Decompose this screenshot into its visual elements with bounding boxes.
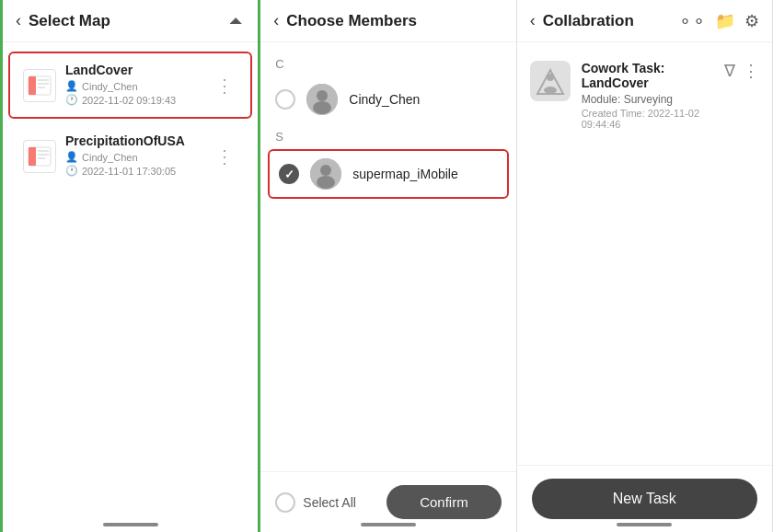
clock-icon2: 🕐 [65,165,78,177]
svg-point-12 [313,101,331,114]
select-map-header: ‹ Select Map ⏶ [3,0,258,42]
task-module: Module: Surveying [582,93,724,106]
map-name-landcover: LandCover [65,63,212,77]
back-icon[interactable]: ‹ [16,11,21,30]
svg-point-15 [317,176,335,189]
map-date-precipitation: 🕐 2022-11-01 17:30:05 [65,165,212,177]
apps-icon[interactable]: ⚬⚬ [678,11,706,31]
svg-point-14 [320,165,331,176]
download-icon[interactable]: ∇ [724,61,735,81]
select-all-area[interactable]: Select All [275,492,356,513]
map-thumbnail-precipitation [23,140,56,173]
svg-point-11 [317,90,328,101]
svg-point-18 [547,74,554,81]
task-info: Cowork Task: LandCover Module: Surveying… [582,61,724,130]
share-icon[interactable]: ⏶ [228,11,245,30]
member-name-cindy: Cindy_Chen [349,92,420,107]
bottom-indicator [103,523,158,526]
map-more-icon-precipitation[interactable]: ⋮ [212,142,237,171]
bottom-indicator3 [617,523,672,526]
member-item-cindy[interactable]: Cindy_Chen [260,75,515,124]
choose-members-header: ‹ Choose Members [260,0,515,42]
map-date-landcover: 🕐 2022-11-02 09:19:43 [65,94,212,106]
member-check-supermap[interactable] [279,164,299,184]
collab-content: Cowork Task: LandCover Module: Surveying… [517,42,772,465]
user-icon: 👤 [65,80,78,92]
member-check-cindy[interactable] [275,89,295,110]
map-info-landcover: LandCover 👤 Cindy_Chen 🕐 2022-11-02 09:1… [65,63,212,108]
task-card: Cowork Task: LandCover Module: Surveying… [530,55,759,135]
select-map-panel: ‹ Select Map ⏶ LandCover 👤 Cindy_Chen [0,0,260,532]
section-s-label: S [260,124,515,147]
map-more-icon-landcover[interactable]: ⋮ [212,71,237,100]
bottom-indicator2 [361,523,416,526]
member-avatar-supermap [310,158,341,190]
map-owner-precipitation: 👤 Cindy_Chen [65,151,212,163]
svg-rect-1 [29,76,36,95]
confirm-button[interactable]: Confirm [386,485,502,519]
task-icon [530,61,571,101]
map-item-landcover[interactable]: LandCover 👤 Cindy_Chen 🕐 2022-11-02 09:1… [8,52,252,119]
settings-icon[interactable]: ⚙ [744,11,759,31]
panel3-title: Collabration [543,12,669,30]
task-name: Cowork Task: LandCover [582,61,724,90]
members-content: C Cindy_Chen S supe [260,42,515,471]
member-name-supermap: supermap_iMobile [352,167,457,181]
map-list: LandCover 👤 Cindy_Chen 🕐 2022-11-02 09:1… [3,42,258,532]
map-owner-landcover: 👤 Cindy_Chen [65,80,212,92]
svg-point-19 [544,87,557,94]
member-item-supermap[interactable]: supermap_iMobile [268,149,508,199]
collaboration-panel: ‹ Collabration ⚬⚬ 📁 ⚙ Cowork Task: LandC… [517,0,773,532]
new-task-button[interactable]: New Task [532,479,757,519]
panel2-title: Choose Members [286,12,502,30]
task-actions: ∇ ⋮ [724,61,759,81]
clock-icon: 🕐 [65,94,78,106]
folder-icon[interactable]: 📁 [715,11,735,31]
select-all-circle[interactable] [275,492,295,513]
task-time: Created Time: 2022-11-02 09:44:46 [582,108,724,130]
choose-members-panel: ‹ Choose Members C Cindy_Chen S [260,0,516,532]
map-item-precipitation[interactable]: PrecipitationOfUSA 👤 Cindy_Chen 🕐 2022-1… [8,122,252,190]
map-name-precipitation: PrecipitationOfUSA [65,133,212,148]
back-icon-members[interactable]: ‹ [273,11,279,30]
map-info-precipitation: PrecipitationOfUSA 👤 Cindy_Chen 🕐 2022-1… [65,133,212,179]
task-more-icon[interactable]: ⋮ [743,61,759,81]
member-avatar-cindy [306,84,338,115]
select-all-label: Select All [303,495,356,510]
map-thumbnail-landcover [23,69,56,102]
svg-rect-6 [29,147,36,166]
back-icon-collab[interactable]: ‹ [530,11,536,30]
collab-header: ‹ Collabration ⚬⚬ 📁 ⚙ [517,0,772,42]
panel1-title: Select Map [29,12,219,30]
section-c-label: C [260,52,515,75]
user-icon2: 👤 [65,151,78,163]
